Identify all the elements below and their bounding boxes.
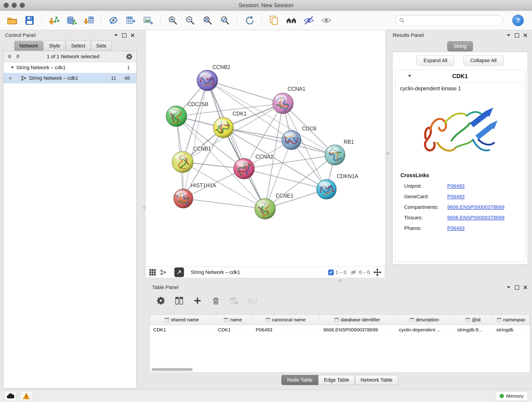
move-crosshair-icon[interactable] xyxy=(374,268,381,276)
column-header--id[interactable]: @id xyxy=(454,315,493,325)
column-header-shared-name[interactable]: shared name xyxy=(150,315,214,325)
memory-button[interactable]: Memory xyxy=(495,391,528,401)
export-image-button[interactable] xyxy=(142,14,154,27)
export-view-button[interactable] xyxy=(174,268,184,277)
panel-menu-icon[interactable] xyxy=(507,286,511,289)
refresh-layout-button[interactable] xyxy=(243,14,256,27)
table-row[interactable]: CDK1CDK1P064939606.ENSP00000378699cyclin… xyxy=(150,325,530,335)
network-node-CDC6[interactable] xyxy=(282,130,301,150)
tab-network-table[interactable]: Network Table xyxy=(355,375,398,385)
panel-menu-icon[interactable] xyxy=(507,33,511,37)
network-node-CCNB1[interactable] xyxy=(172,152,193,172)
show-columns-button[interactable] xyxy=(174,296,184,306)
network-collection-row[interactable]: String Network – cdk1 1 xyxy=(3,62,136,73)
birdseye-grid-icon[interactable] xyxy=(149,269,156,276)
delete-table-button[interactable] xyxy=(229,296,239,306)
collapse-all-icon[interactable] xyxy=(7,54,12,59)
toggle-annotation-button[interactable] xyxy=(303,14,315,27)
add-column-button[interactable] xyxy=(192,296,203,306)
selected-checkbox-icon[interactable] xyxy=(328,269,334,275)
network-node-CCNE1[interactable] xyxy=(255,198,275,219)
network-edge[interactable] xyxy=(183,198,265,209)
close-window-button[interactable] xyxy=(4,3,9,8)
network-node-CDKN1A[interactable] xyxy=(317,179,336,199)
network-canvas[interactable]: CCNB2CCNA1CDC25BCDK1CDC6RB1CCNB1CCNA2CDK… xyxy=(146,30,385,266)
network-edge[interactable] xyxy=(207,80,265,209)
network-edge[interactable] xyxy=(183,80,207,198)
network-node-CCNA1[interactable] xyxy=(273,93,293,114)
network-node-CCNB2[interactable] xyxy=(197,70,218,91)
network-node-HIST1H1A[interactable] xyxy=(174,189,193,208)
right-splitter-handle[interactable] xyxy=(386,152,389,155)
zoom-out-button[interactable] xyxy=(184,14,196,27)
tab-network[interactable]: Network xyxy=(14,41,43,51)
expand-all-icon[interactable] xyxy=(15,54,20,59)
column-header-namespac[interactable]: namespac xyxy=(493,315,530,325)
panel-float-icon[interactable] xyxy=(515,285,519,290)
cloud-button[interactable] xyxy=(4,391,17,401)
tab-select[interactable]: Select xyxy=(66,41,90,51)
table-settings-button[interactable] xyxy=(156,296,166,306)
network-node-CDK1[interactable] xyxy=(213,118,234,138)
copy-button[interactable] xyxy=(268,14,280,27)
gear-icon[interactable] xyxy=(126,53,133,60)
section-caret-icon[interactable] xyxy=(408,75,412,77)
left-splitter-handle[interactable] xyxy=(143,206,146,209)
open-session-button[interactable] xyxy=(6,14,18,27)
crosslink-value[interactable]: 9606.ENSP00000378699 xyxy=(447,204,505,210)
column-header-canonical-name[interactable]: canonical name xyxy=(252,315,320,325)
import-network-database-button[interactable] xyxy=(65,14,78,27)
network-node-CCNA2[interactable] xyxy=(234,158,254,179)
zoom-in-button[interactable] xyxy=(167,14,179,27)
apply-function-button[interactable]: f(x) xyxy=(247,296,258,306)
save-session-button[interactable] xyxy=(23,14,36,27)
column-header-database-identifier[interactable]: database identifier xyxy=(320,315,395,325)
network-row[interactable]: String Network – cdk1 11 48 xyxy=(3,73,136,83)
window-titlebar[interactable]: Session: New Session xyxy=(0,0,532,11)
import-network-file-button[interactable] xyxy=(48,14,60,27)
minimize-window-button[interactable] xyxy=(12,3,17,8)
expand-all-button[interactable]: Expand All xyxy=(417,55,455,66)
tab-sets[interactable]: Sets xyxy=(91,41,112,51)
maximize-window-button[interactable] xyxy=(20,3,25,8)
gene-section-header[interactable]: CDK1 xyxy=(395,70,525,82)
crosslink-value[interactable]: P06493 xyxy=(447,225,465,231)
network-view[interactable]: CCNB2CCNA1CDC25BCDK1CDC6RB1CCNB1CCNA2CDK… xyxy=(145,30,386,266)
new-network-button[interactable] xyxy=(107,14,120,27)
tab-string[interactable]: String xyxy=(447,41,473,51)
network-edge[interactable] xyxy=(223,128,335,155)
crosslink-value[interactable]: 9606.ENSP00000378699 xyxy=(447,215,505,221)
crosslink-value[interactable]: P06493 xyxy=(447,194,465,200)
bottom-splitter-handle[interactable] xyxy=(339,279,342,282)
panel-menu-icon[interactable] xyxy=(114,33,118,37)
panel-close-icon[interactable] xyxy=(523,286,527,289)
toggle-view-button[interactable] xyxy=(320,14,332,27)
tab-node-table[interactable]: Node Table xyxy=(281,375,318,385)
tab-edge-table[interactable]: Edge Table xyxy=(318,375,355,385)
zoom-fit-button[interactable] xyxy=(201,14,214,27)
collapse-caret-icon[interactable] xyxy=(11,66,14,69)
network-edge[interactable] xyxy=(207,80,283,103)
help-button[interactable]: ? xyxy=(512,15,524,26)
horizontal-scrollbar[interactable] xyxy=(152,368,193,371)
tab-style[interactable]: Style xyxy=(44,41,65,51)
hidden-eye-icon[interactable] xyxy=(350,269,357,275)
column-header-name[interactable]: name xyxy=(214,315,252,325)
home-views-button[interactable] xyxy=(285,14,298,27)
network-node-RB1[interactable] xyxy=(325,145,345,165)
node-table[interactable]: shared namenamecanonical namedatabase id… xyxy=(149,314,530,373)
panel-float-icon[interactable] xyxy=(515,33,519,38)
column-header-description[interactable]: description xyxy=(395,315,454,325)
network-share-icon[interactable] xyxy=(160,269,167,276)
panel-close-icon[interactable] xyxy=(523,33,527,37)
network-edge[interactable] xyxy=(207,80,335,155)
zoom-selected-button[interactable] xyxy=(219,14,231,27)
crosslink-value[interactable]: P06493 xyxy=(447,183,465,189)
search-box[interactable] xyxy=(395,15,503,26)
import-table-button[interactable] xyxy=(83,14,95,27)
panel-float-icon[interactable] xyxy=(122,33,127,38)
search-input[interactable] xyxy=(407,17,499,23)
warnings-button[interactable] xyxy=(20,391,32,401)
panel-close-icon[interactable] xyxy=(131,33,135,37)
collapse-all-button[interactable]: Collapse All xyxy=(463,55,504,66)
